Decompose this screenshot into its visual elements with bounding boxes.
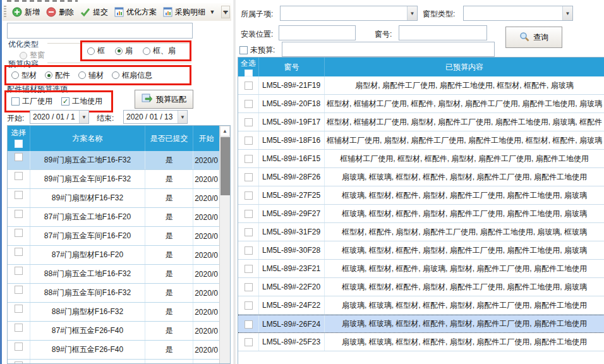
table-row[interactable]: LM5L-89#-22F20 框玻璃, 框型材, 框配件, 扇型材, 扇配件工厂… <box>238 278 604 296</box>
row-checkbox[interactable] <box>15 305 23 313</box>
chevron-down-icon[interactable]: ▼ <box>178 111 187 123</box>
date-start-picker[interactable]: 2020 / 01 / 1 ▼ <box>30 110 89 124</box>
budget-match-button[interactable]: 预算匹配 <box>135 90 193 109</box>
submitted-cell: 是 <box>145 322 193 340</box>
row-checkbox[interactable] <box>245 191 253 200</box>
radio-fitting[interactable]: 配件 <box>45 70 70 81</box>
row-checkbox[interactable] <box>15 248 23 256</box>
window-no-input[interactable] <box>399 25 487 40</box>
radio-frame-sash-info[interactable]: 框扇信息 <box>112 70 152 81</box>
table-row[interactable]: 89#门扇五金车间F16-F32 是 2020/0 <box>8 170 230 189</box>
window-type-select[interactable]: ▼ <box>463 6 573 21</box>
toolbar-overflow-button[interactable]: ▬▼ <box>221 6 230 18</box>
table-row[interactable]: 87#门扇五金车间F16-F20 是 2020/0 <box>8 227 230 246</box>
row-checkbox[interactable] <box>15 286 23 294</box>
install-pos-input[interactable] <box>279 25 356 40</box>
row-checkbox[interactable] <box>15 267 23 275</box>
checkbox-no-budget[interactable]: 未预算: <box>239 45 275 56</box>
no-budget-input[interactable] <box>282 42 495 57</box>
table-row[interactable]: LM5L-89#-27F25 框玻璃, 框型材, 框配件, 扇型材, 扇配件工厂… <box>238 186 604 205</box>
delete-button[interactable]: 删除 <box>43 5 77 20</box>
table-row[interactable]: 89#门框五金F26-F40 是 2020/0 <box>8 341 230 360</box>
table-row[interactable]: 87#门扇五金工地F16-F20 是 2020/0 <box>8 208 230 227</box>
row-checkbox[interactable] <box>245 82 253 90</box>
chevron-down-icon[interactable]: ▼ <box>79 111 88 123</box>
table-row[interactable]: LM5L-89#-30F28 框玻璃, 框型材, 框配件, 扇型材, 扇配件工厂… <box>238 241 604 260</box>
radio-auxiliary[interactable]: 辅材 <box>78 70 104 81</box>
table-row[interactable]: 88#门扇五金工地F16-F32 是 2020/0 <box>8 265 230 284</box>
row-checkbox[interactable] <box>15 172 23 180</box>
table-row[interactable]: LM5L-89#-31F29 框型材, 框配件, 扇型材, 扇配件工厂使用, 扇… <box>238 223 604 241</box>
radio-frame[interactable]: 框 <box>87 46 105 56</box>
row-checkbox[interactable] <box>15 153 23 161</box>
plan-filter-input[interactable] <box>7 23 193 39</box>
date-end-picker[interactable]: 2020 / 01 / 13 ▼ <box>123 110 188 124</box>
row-checkbox[interactable] <box>245 265 253 273</box>
table-row[interactable]: LM5L-89#-21F19 扇型材, 扇配件工厂使用, 扇配件工地使用, 框型… <box>238 76 604 95</box>
row-checkbox[interactable] <box>245 338 253 346</box>
sub-item-select[interactable]: ▼ <box>280 6 418 21</box>
table-row[interactable]: LM5L-89#-28F26 扇玻璃, 框玻璃, 框型材, 框配件, 扇型材, … <box>238 168 604 186</box>
radio-frame-sash[interactable]: 框、扇 <box>143 46 176 56</box>
row-checkbox[interactable] <box>245 118 253 126</box>
row-checkbox[interactable] <box>245 283 253 291</box>
query-button[interactable]: 查询 <box>505 27 562 48</box>
row-checkbox[interactable] <box>245 155 253 163</box>
plan-name-cell: 87#门扇五金工地F16-F20 <box>30 208 145 226</box>
row-checkbox[interactable] <box>15 229 23 237</box>
select-all-checkbox[interactable] <box>15 140 23 148</box>
select-all-checkbox[interactable] <box>245 70 253 76</box>
row-checkbox[interactable] <box>15 191 23 199</box>
checkbox-factory-use[interactable]: 工厂使用 <box>11 96 52 107</box>
row-checkbox[interactable] <box>245 301 253 310</box>
checkbox-site-use[interactable]: ✓工地使用 <box>61 96 102 107</box>
table-row[interactable]: LM5L-89#-16F15 框辅材工厂使用, 框型材, 框配件, 扇型材, 扇… <box>238 150 604 168</box>
table-row[interactable]: LM5L-89#-29F27 框玻璃, 框型材, 框配件, 扇型材, 扇配件工厂… <box>238 205 604 223</box>
row-checkbox[interactable] <box>15 324 23 332</box>
row-checkbox[interactable] <box>245 173 253 181</box>
plan-name-cell: 89#门扇五金工地F16-F32 <box>30 151 145 169</box>
row-checkbox[interactable] <box>245 100 253 108</box>
optimize-plan-button[interactable]: 优化方案 <box>111 5 160 20</box>
table-row[interactable]: 88#门扇五金车间F16-F32 是 2020/0 <box>8 284 230 303</box>
table-row[interactable]: 89#门扇五金工地F16-F32 是 2020/0 <box>8 151 230 170</box>
radio-icon <box>143 47 150 55</box>
row-checkbox[interactable] <box>245 228 253 236</box>
table-row[interactable]: LM5L-89#-20F18 框型材, 框辅材工厂使用, 框配件, 扇型材, 扇… <box>238 95 604 113</box>
chevron-down-icon[interactable]: ▼ <box>208 7 216 17</box>
radio-profile[interactable]: 型材 <box>11 70 37 81</box>
table-row[interactable]: LM5L-89#-18F16 框辅材工厂使用, 扇型材, 扇配件工厂使用, 扇配… <box>238 131 604 150</box>
table-row[interactable]: 88#门扇型材F16-F32 是 2020/0 <box>8 303 230 322</box>
table-row[interactable]: 87#门框五金F26-F40 是 2020/0 <box>8 322 230 341</box>
table-row[interactable]: LM5L-89#-24F22 扇玻璃, 框玻璃, 框型材, 框配件, 扇型材, … <box>238 296 604 315</box>
chevron-down-icon[interactable]: ▼ <box>407 6 417 20</box>
submit-button[interactable]: 提交 <box>77 5 111 20</box>
table-row[interactable]: LM5L-89#-25F23 扇玻璃, 框玻璃, 框型材, 框配件, 扇型材, … <box>238 333 604 351</box>
toolbar-grip-handle[interactable] <box>4 6 6 18</box>
table-row[interactable]: LM5L-89#-19F17 框型材, 框辅材工厂使用, 扇型材, 扇配件工厂使… <box>238 113 604 131</box>
purchase-detail-button[interactable]: 采购明细 <box>160 5 208 20</box>
row-checkbox[interactable] <box>15 210 23 218</box>
row-checkbox[interactable] <box>15 343 23 351</box>
table-row[interactable]: 87#门扇型材F16-F20 是 2020/0 <box>8 246 230 265</box>
window-no-cell: LM5L-89#-23F21 <box>259 260 325 277</box>
plan-name-cell: 89#门扇型材F16-F32 <box>30 189 145 207</box>
table-row[interactable]: 89#门扇型材F16-F32 是 2020/0 <box>8 189 230 208</box>
start-date-cell: 2020/0 <box>193 189 220 207</box>
row-checkbox[interactable] <box>15 361 23 364</box>
table-row[interactable]: LM5L-89#-23F21 框玻璃, 框型材, 框配件, 扇玻璃, 扇型材, … <box>238 260 604 278</box>
radio-icon <box>87 47 95 55</box>
vertical-scrollbar[interactable]: ▲ <box>219 126 230 363</box>
radio-sash[interactable]: 扇 <box>115 46 133 56</box>
scrollbar-thumb[interactable] <box>220 137 230 195</box>
row-checkbox[interactable] <box>245 246 253 255</box>
row-checkbox[interactable] <box>245 210 253 218</box>
chevron-down-icon[interactable]: ▼ <box>562 6 572 20</box>
row-checkbox[interactable] <box>245 320 253 329</box>
table-row[interactable]: 88#门框五金F21-F40 是 2020/0 <box>8 360 230 364</box>
panel-splitter[interactable] <box>234 0 236 364</box>
scroll-up-icon[interactable]: ▲ <box>220 126 230 136</box>
row-checkbox[interactable] <box>245 136 253 145</box>
table-row[interactable]: LM5L-89#-26F24 扇玻璃, 框玻璃, 框型材, 框配件, 扇型材, … <box>238 315 604 333</box>
add-button[interactable]: 新增 <box>9 5 43 20</box>
